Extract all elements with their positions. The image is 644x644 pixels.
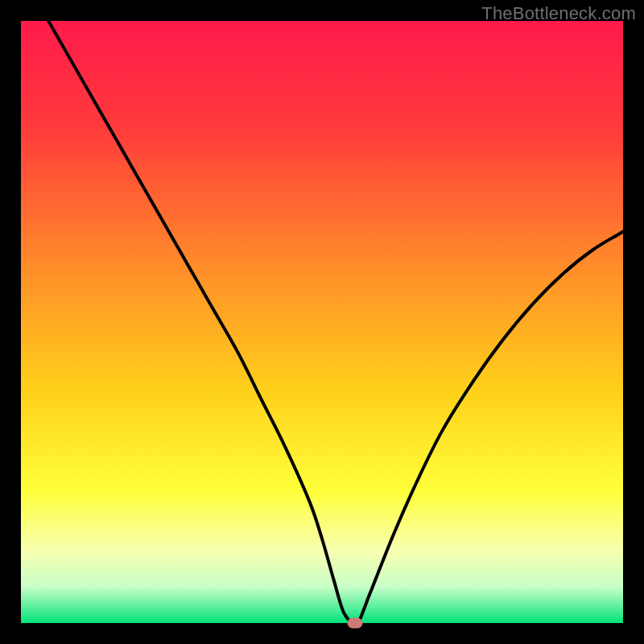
plot-area [21,21,623,623]
curve-path [21,0,623,625]
minimum-marker [348,618,363,629]
watermark-text: TheBottleneck.com [481,3,636,24]
bottleneck-curve [21,21,623,623]
chart-frame: TheBottleneck.com [0,0,644,644]
